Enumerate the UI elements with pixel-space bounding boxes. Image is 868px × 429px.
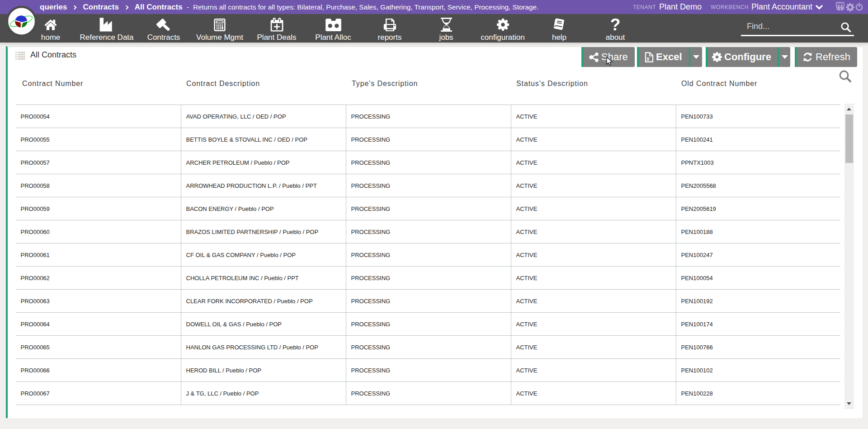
svg-text:x: x [646, 56, 650, 62]
